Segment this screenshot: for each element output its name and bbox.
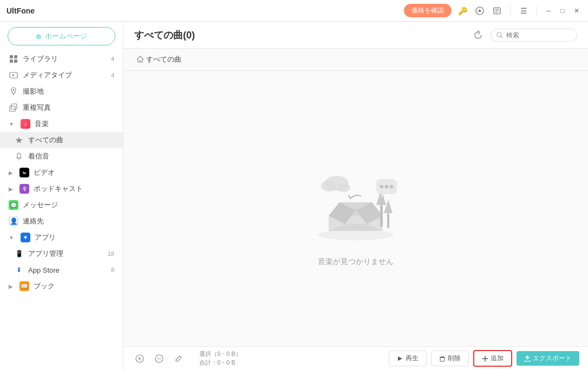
sidebar-group-apps[interactable]: ▼ ✦ アプリ bbox=[0, 229, 123, 246]
svg-point-21 bbox=[385, 185, 388, 188]
sidebar-group-music[interactable]: ▼ ♪ 音楽 bbox=[0, 116, 123, 132]
selection-total: 合計：0・0 B bbox=[199, 359, 241, 367]
media-type-icon bbox=[9, 70, 18, 80]
add-label: 追加 bbox=[491, 354, 504, 363]
music-app-icon: ♪ bbox=[21, 119, 30, 129]
edit-icon[interactable] bbox=[491, 4, 504, 17]
video-label: ビデオ bbox=[34, 168, 55, 177]
home-circle-icon: ⊕ bbox=[36, 32, 42, 41]
sidebar-item-contacts[interactable]: 👤 連絡先 bbox=[0, 213, 123, 229]
svg-rect-14 bbox=[387, 213, 389, 228]
podcast-icon: 🎙 bbox=[19, 184, 29, 194]
svg-point-10 bbox=[497, 32, 501, 37]
close-button[interactable]: ✕ bbox=[572, 6, 582, 16]
sub-nav-label: すべての曲 bbox=[146, 55, 181, 64]
menu-icon[interactable]: ☰ bbox=[517, 4, 530, 17]
add-item-button[interactable] bbox=[132, 351, 147, 366]
sidebar-item-podcast[interactable]: ▶ 🎙 ポッドキャスト bbox=[0, 181, 123, 197]
export-label: エクスポート bbox=[533, 354, 572, 363]
appletv-icon: tv bbox=[19, 168, 29, 177]
search-box[interactable] bbox=[491, 29, 577, 42]
books-label: ブック bbox=[34, 281, 55, 291]
maximize-button[interactable]: □ bbox=[558, 6, 567, 16]
sidebar-item-duplicate[interactable]: 重複写真 bbox=[0, 100, 123, 116]
svg-point-7 bbox=[13, 89, 15, 91]
search-icon bbox=[496, 32, 503, 38]
refresh-button[interactable] bbox=[470, 27, 486, 43]
duplicate-label: 重複写真 bbox=[23, 103, 51, 113]
books-arrow-icon: ▶ bbox=[9, 283, 13, 289]
sidebar-item-location[interactable]: 撮影地 bbox=[0, 83, 123, 100]
sidebar-item-books[interactable]: ▶ 📖 ブック bbox=[0, 278, 123, 294]
sidebar: ⊕ ホームページ ライブラリ 4 メディアタイプ 4 撮影地 bbox=[0, 22, 123, 370]
content-area: すべての曲(0) すべての曲 bbox=[123, 22, 588, 370]
sub-nav-all-songs[interactable]: すべての曲 bbox=[132, 53, 186, 66]
delete-label: 削除 bbox=[448, 354, 461, 363]
titlebar: UltFone 価格を確認 🔑 ☰ ─ □ ✕ bbox=[0, 0, 588, 22]
app-store-badge: 8 bbox=[111, 267, 114, 273]
ringtone-icon bbox=[14, 151, 24, 161]
svg-point-22 bbox=[390, 185, 393, 188]
remove-item-button[interactable] bbox=[152, 351, 167, 366]
all-songs-label: すべての曲 bbox=[28, 135, 63, 145]
empty-text: 音楽が見つかりません bbox=[318, 257, 394, 267]
media-type-badge: 4 bbox=[111, 72, 114, 78]
header-right bbox=[470, 27, 577, 43]
app-store-label: App Store bbox=[28, 266, 60, 274]
sidebar-item-ringtone[interactable]: 着信音 bbox=[0, 148, 123, 164]
sidebar-item-app-store[interactable]: ⬇ App Store 8 bbox=[0, 262, 123, 278]
message-label: メッセージ bbox=[23, 200, 58, 210]
app-manage-badge: 18 bbox=[108, 250, 114, 257]
play-label: 再生 bbox=[406, 354, 419, 363]
edit-item-button[interactable] bbox=[171, 351, 186, 366]
home-button[interactable]: ⊕ ホームページ bbox=[8, 27, 115, 45]
book-icon: 📖 bbox=[19, 281, 29, 291]
app-title: UltFone bbox=[6, 6, 35, 15]
content-body: 音楽が見つかりません bbox=[123, 71, 588, 346]
library-badge: 4 bbox=[111, 56, 114, 62]
location-label: 撮影地 bbox=[23, 87, 44, 96]
sidebar-item-video[interactable]: ▶ tv ビデオ bbox=[0, 164, 123, 181]
search-input[interactable] bbox=[506, 31, 571, 39]
bottom-bar: 選択（0・0 B） 合計：0・0 B 再生 削除 追加 エクスポート bbox=[123, 346, 588, 370]
svg-point-20 bbox=[380, 185, 383, 188]
sidebar-item-media-type[interactable]: メディアタイプ 4 bbox=[0, 67, 123, 83]
delete-button[interactable]: 削除 bbox=[431, 351, 469, 366]
empty-illustration bbox=[296, 151, 415, 248]
sidebar-item-all-songs[interactable]: すべての曲 bbox=[0, 132, 123, 148]
library-label: ライブラリ bbox=[23, 54, 58, 64]
sidebar-item-message[interactable]: 💬 メッセージ bbox=[0, 197, 123, 213]
download-icon[interactable] bbox=[473, 4, 486, 17]
library-icon bbox=[9, 54, 18, 64]
svg-rect-26 bbox=[440, 358, 445, 361]
content-header: すべての曲(0) bbox=[123, 22, 588, 49]
export-button[interactable]: エクスポート bbox=[517, 351, 579, 366]
sub-nav: すべての曲 bbox=[123, 49, 588, 71]
add-button[interactable]: 追加 bbox=[473, 350, 512, 367]
minimize-button[interactable]: ─ bbox=[544, 6, 553, 16]
svg-rect-12 bbox=[380, 205, 383, 227]
location-icon bbox=[9, 87, 18, 96]
svg-rect-2 bbox=[10, 55, 13, 58]
svg-rect-3 bbox=[14, 55, 17, 58]
key-icon[interactable]: 🔑 bbox=[456, 4, 469, 17]
podcast-label: ポッドキャスト bbox=[34, 184, 83, 194]
svg-marker-15 bbox=[384, 200, 393, 213]
svg-rect-8 bbox=[11, 104, 17, 109]
house-icon bbox=[136, 56, 144, 63]
duplicate-icon bbox=[9, 103, 18, 113]
sidebar-item-library[interactable]: ライブラリ 4 bbox=[0, 51, 123, 67]
selection-count: 選択（0・0 B） bbox=[199, 350, 241, 358]
main-layout: ⊕ ホームページ ライブラリ 4 メディアタイプ 4 撮影地 bbox=[0, 22, 588, 370]
contacts-icon: 👤 bbox=[9, 216, 18, 226]
home-label: ホームページ bbox=[45, 31, 87, 41]
app-manage-label: アプリ管理 bbox=[28, 249, 63, 259]
delete-icon bbox=[439, 355, 446, 362]
price-button[interactable]: 価格を確認 bbox=[404, 4, 452, 17]
content-title: すべての曲(0) bbox=[134, 29, 195, 42]
apps-icon: ✦ bbox=[21, 233, 30, 242]
music-arrow-icon: ▼ bbox=[9, 121, 14, 127]
play-button[interactable]: 再生 bbox=[389, 351, 427, 366]
apps-label: アプリ bbox=[35, 233, 56, 242]
sidebar-item-app-manage[interactable]: 📱 アプリ管理 18 bbox=[0, 246, 123, 262]
